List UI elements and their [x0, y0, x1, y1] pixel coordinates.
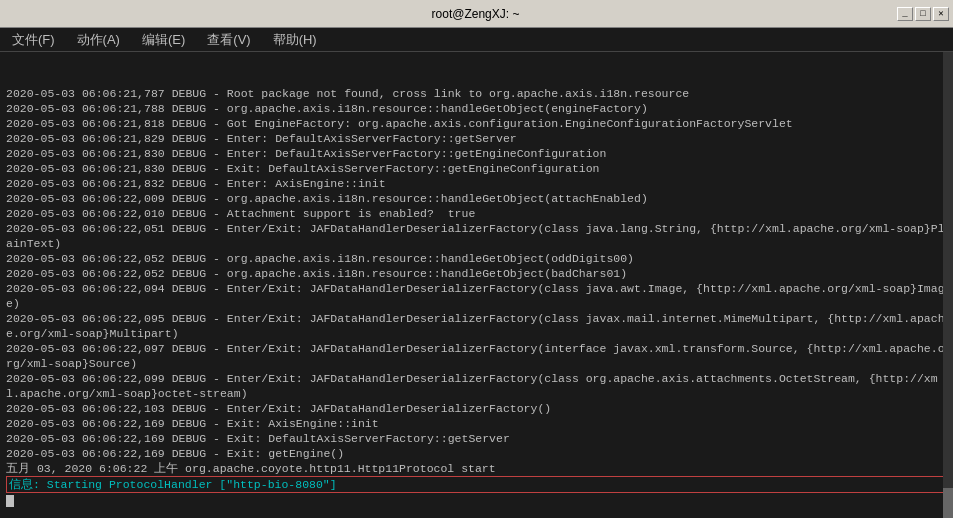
menu-item[interactable]: 帮助(H) — [267, 29, 323, 51]
menu-item[interactable]: 文件(F) — [6, 29, 61, 51]
log-line: 2020-05-03 06:06:22,094 DEBUG - Enter/Ex… — [6, 281, 947, 311]
log-line: 2020-05-03 06:06:21,829 DEBUG - Enter: D… — [6, 131, 947, 146]
log-line: 2020-05-03 06:06:22,103 DEBUG - Enter/Ex… — [6, 401, 947, 416]
menu-item[interactable]: 动作(A) — [71, 29, 126, 51]
log-line: 2020-05-03 06:06:21,830 DEBUG - Enter: D… — [6, 146, 947, 161]
log-line: 2020-05-03 06:06:22,169 DEBUG - Exit: De… — [6, 431, 947, 446]
maximize-button[interactable]: □ — [915, 7, 931, 21]
scrollbar[interactable] — [943, 52, 953, 518]
menu-item[interactable]: 编辑(E) — [136, 29, 191, 51]
scrollbar-thumb[interactable] — [943, 488, 953, 518]
terminal-window[interactable]: 2020-05-03 06:06:21,787 DEBUG - Root pac… — [0, 52, 953, 518]
log-output: 2020-05-03 06:06:21,787 DEBUG - Root pac… — [6, 56, 947, 508]
menu-item[interactable]: 查看(V) — [201, 29, 256, 51]
cursor — [6, 495, 14, 507]
log-line: 2020-05-03 06:06:21,832 DEBUG - Enter: A… — [6, 176, 947, 191]
log-line: 2020-05-03 06:06:22,051 DEBUG - Enter/Ex… — [6, 221, 947, 251]
window-controls: _ □ ✕ — [897, 7, 949, 21]
log-line: 2020-05-03 06:06:22,169 DEBUG - Exit: ge… — [6, 446, 947, 461]
title-bar: root@ZengXJ: ~ _ □ ✕ — [0, 0, 953, 28]
log-line: 2020-05-03 06:06:22,052 DEBUG - org.apac… — [6, 251, 947, 266]
log-line: 2020-05-03 06:06:22,052 DEBUG - org.apac… — [6, 266, 947, 281]
menu-bar: 文件(F)动作(A)编辑(E)查看(V)帮助(H) — [0, 28, 953, 52]
log-line: 2020-05-03 06:06:22,099 DEBUG - Enter/Ex… — [6, 371, 947, 401]
close-button[interactable]: ✕ — [933, 7, 949, 21]
log-line: 2020-05-03 06:06:22,169 DEBUG - Exit: Ax… — [6, 416, 947, 431]
window-title: root@ZengXJ: ~ — [54, 7, 897, 21]
log-line: 2020-05-03 06:06:22,095 DEBUG - Enter/Ex… — [6, 311, 947, 341]
log-line: 2020-05-03 06:06:21,788 DEBUG - org.apac… — [6, 101, 947, 116]
log-line: 2020-05-03 06:06:21,818 DEBUG - Got Engi… — [6, 116, 947, 131]
log-line: 2020-05-03 06:06:21,830 DEBUG - Exit: De… — [6, 161, 947, 176]
log-line: 2020-05-03 06:06:21,787 DEBUG - Root pac… — [6, 86, 947, 101]
log-line: 2020-05-03 06:06:22,097 DEBUG - Enter/Ex… — [6, 341, 947, 371]
info-status-line: 信息: Starting ProtocolHandler ["http-bio-… — [6, 476, 947, 493]
log-line: 2020-05-03 06:06:22,010 DEBUG - Attachme… — [6, 206, 947, 221]
log-line: 2020-05-03 06:06:22,009 DEBUG - org.apac… — [6, 191, 947, 206]
minimize-button[interactable]: _ — [897, 7, 913, 21]
log-line: 五月 03, 2020 6:06:22 上午 org.apache.coyote… — [6, 461, 947, 476]
